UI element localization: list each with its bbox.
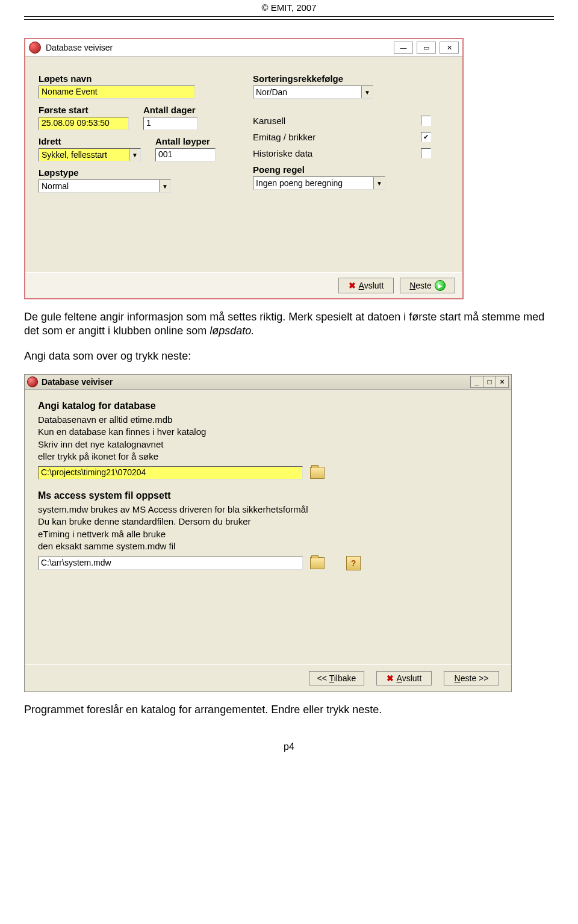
page-header: © EMIT, 2007 [24,0,554,17]
maximize-icon[interactable]: □ [483,376,496,388]
page-number: p4 [24,741,554,752]
help-icon[interactable]: ? [346,556,361,570]
maximize-icon[interactable]: ▭ [417,42,436,54]
chevron-down-icon[interactable]: ▼ [129,149,140,161]
section2-line4: den eksakt samme system.mdw fil [38,540,498,552]
label-first-start: Første start [39,105,129,115]
karusell-checkbox[interactable] [421,116,431,126]
label-historic: Historiske data [253,148,312,158]
sort-value: Nor/Dan [253,87,361,98]
wizard-window-2: Database veiviser _ □ × Angi katalog for… [24,374,512,692]
db-path-input[interactable]: C:\projects\timing21\070204 [38,466,303,479]
titlebar: Database veiviser _ □ × [25,375,511,390]
section1-line4: eller trykk på ikonet for å søke [38,451,498,463]
label-emitag: Emitag / brikker [253,132,315,142]
section2-line3: eTiming i nettverk må alle bruke [38,528,498,540]
racetype-value: Normal [39,181,159,192]
cancel-button[interactable]: ✖ Avslutt [376,671,432,685]
next-button[interactable]: Neste ▶ [400,278,455,293]
days-input[interactable]: 1 [143,117,197,130]
section1-line3: Skriv inn det nye katalognavnet [38,439,498,451]
paragraph-1: De gule feltene angir informasjon som må… [24,310,554,339]
app-icon [27,376,38,387]
label-sort: Sorteringsrekkefølge [253,73,449,84]
historic-checkbox[interactable] [421,148,431,158]
chevron-down-icon[interactable]: ▼ [159,180,170,192]
button-bar: ✖ Avslutt Neste ▶ [25,272,462,298]
wizard-window-1: Database veiviser — ▭ ✕ Løpets navn Nona… [24,38,464,299]
cancel-button[interactable]: ✖ Avslutt [338,278,394,293]
label-racetype: Løpstype [39,167,235,178]
racetype-select[interactable]: Normal ▼ [39,179,171,193]
label-days: Antall dager [143,105,197,115]
close-icon[interactable]: ✕ [440,42,459,54]
sort-select[interactable]: Nor/Dan ▼ [253,86,373,99]
pointrule-select[interactable]: Ingen poeng beregning ▼ [253,176,385,190]
next-button[interactable]: Neste >> [444,671,499,685]
event-name-input[interactable]: Noname Event [39,86,195,99]
section1-line1: Databasenavn er alltid etime.mdb [38,414,498,426]
label-karusell: Karusell [253,116,285,126]
section2-line2: Du kan bruke denne standardfilen. Dersom… [38,516,498,528]
back-button[interactable]: << Tilbake [309,671,364,685]
window-title: Database veiviser [42,377,467,387]
pointrule-value: Ingen poeng beregning [253,178,373,189]
emitag-checkbox[interactable]: ✔ [421,132,431,142]
section1-line2: Kun en database kan finnes i hver katalo… [38,426,498,438]
x-icon: ✖ [349,281,356,290]
button-bar: << Tilbake ✖ Avslutt Neste >> [25,664,511,691]
chevron-down-icon[interactable]: ▼ [373,177,385,189]
paragraph-2: Angi data som over og trykk neste: [24,349,554,363]
section2-line1: system.mdw brukes av MS Access driveren … [38,504,498,516]
sport-value: Sykkel, fellesstart [39,149,129,160]
titlebar: Database veiviser — ▭ ✕ [25,39,462,57]
window-title: Database veiviser [46,43,389,52]
folder-icon[interactable] [310,557,325,569]
section1-heading: Angi katalog for database [38,401,498,411]
close-icon[interactable]: × [496,376,509,388]
section2-heading: Ms access system fil oppsett [38,490,498,501]
label-courses: Antall løyper [155,136,216,146]
first-start-input[interactable]: 25.08.09 09:53:50 [39,117,129,130]
arrow-right-icon: ▶ [435,280,446,291]
x-icon: ✖ [387,673,394,683]
courses-input[interactable]: 001 [155,148,216,161]
sport-select[interactable]: Sykkel, fellesstart ▼ [39,148,141,161]
label-event-name: Løpets navn [39,73,235,84]
minimize-icon[interactable]: — [394,42,413,54]
chevron-down-icon[interactable]: ▼ [361,86,373,98]
folder-icon[interactable] [310,467,325,479]
label-sport: Idrett [39,136,141,146]
minimize-icon[interactable]: _ [470,376,483,388]
app-icon [29,42,41,54]
label-pointrule: Poeng regel [253,164,449,175]
paragraph-3: Programmet foreslår en katalog for arran… [24,703,554,717]
mdw-path-input[interactable]: C:\arr\system.mdw [38,557,303,570]
